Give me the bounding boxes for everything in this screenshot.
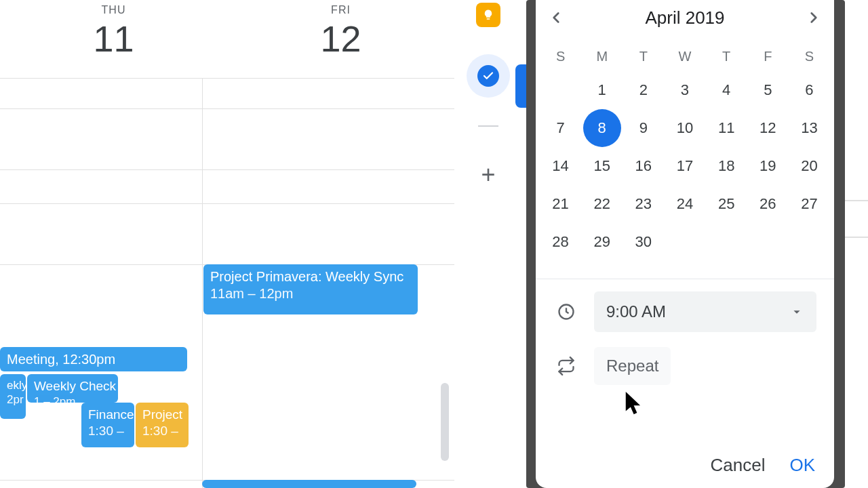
event-title: Meeting, 12:30pm bbox=[7, 352, 115, 367]
add-addon-button[interactable]: + bbox=[481, 163, 495, 187]
calendar-week-area: THU 11 FRI 12 Project Primavera: Weekly … bbox=[0, 0, 454, 488]
day-number-label: 11 bbox=[0, 18, 227, 60]
ok-button[interactable]: OK bbox=[789, 455, 815, 476]
day-cell-empty bbox=[540, 71, 581, 109]
keep-icon[interactable] bbox=[476, 3, 500, 27]
day-header-fri[interactable]: FRI 12 bbox=[227, 0, 454, 68]
page-right-edge bbox=[845, 0, 868, 488]
scrollbar-thumb[interactable] bbox=[441, 383, 449, 461]
day-cell[interactable]: 25 bbox=[706, 185, 747, 223]
day-cell[interactable]: 15 bbox=[581, 147, 623, 185]
day-cell[interactable]: 30 bbox=[623, 223, 664, 261]
day-cell-empty bbox=[664, 223, 705, 261]
event-project-amber[interactable]: Project 1:30 – bbox=[136, 403, 189, 447]
dialog-actions: Cancel OK bbox=[710, 455, 815, 476]
day-cell[interactable]: 19 bbox=[747, 147, 789, 185]
repeat-icon bbox=[556, 357, 576, 375]
day-cell-empty bbox=[789, 223, 830, 261]
day-cell[interactable]: 8 bbox=[581, 109, 623, 147]
day-cell[interactable]: 12 bbox=[747, 109, 789, 147]
day-cell[interactable]: 26 bbox=[747, 185, 789, 223]
event-primavera[interactable]: Project Primavera: Weekly Sync 11am – 12… bbox=[203, 264, 418, 314]
event-time: 2pr bbox=[7, 392, 19, 407]
day-cell[interactable]: 3 bbox=[664, 71, 705, 109]
date-picker-panel: April 2019 SMTWTFS 123456789101112131415… bbox=[536, 0, 834, 488]
hour-line bbox=[0, 203, 454, 204]
dropdown-caret-icon bbox=[789, 304, 804, 319]
event-title: Project Primavera: Weekly Sync bbox=[210, 268, 411, 285]
event-weekly-check[interactable]: Weekly Check 1 – 2pm bbox=[27, 374, 118, 403]
time-select[interactable]: 9:00 AM bbox=[594, 291, 816, 332]
clock-icon bbox=[556, 302, 576, 321]
day-cell[interactable]: 4 bbox=[706, 71, 747, 109]
hour-line bbox=[0, 169, 454, 170]
day-of-week-label: THU bbox=[0, 4, 227, 16]
prev-month-button[interactable] bbox=[542, 4, 570, 31]
day-cell[interactable]: 20 bbox=[789, 147, 830, 185]
day-cell[interactable]: 23 bbox=[623, 185, 664, 223]
time-row: 9:00 AM bbox=[536, 279, 834, 332]
day-cell[interactable]: 7 bbox=[540, 109, 581, 147]
weekday-label: S bbox=[540, 45, 581, 71]
cancel-button[interactable]: Cancel bbox=[710, 455, 765, 476]
weekday-row: SMTWTFS bbox=[540, 45, 830, 71]
event-finance[interactable]: Finance 1:30 – bbox=[81, 403, 134, 447]
day-cell[interactable]: 18 bbox=[706, 147, 747, 185]
day-cell[interactable]: 2 bbox=[623, 71, 664, 109]
week-row: 282930 bbox=[540, 223, 830, 261]
week-row: 14151617181920 bbox=[540, 147, 830, 185]
event-time: 1:30 – bbox=[142, 423, 182, 439]
weekday-label: T bbox=[706, 45, 747, 71]
event-time: 1:30 – bbox=[88, 423, 127, 439]
event-title: Finance bbox=[88, 407, 127, 423]
event-partial[interactable] bbox=[202, 480, 416, 488]
calendar-grid[interactable]: Project Primavera: Weekly Sync 11am – 12… bbox=[0, 68, 454, 488]
month-title: April 2019 bbox=[645, 7, 724, 28]
weekday-label: F bbox=[747, 45, 789, 71]
day-number-label: 12 bbox=[227, 18, 454, 60]
event-time: 1 – 2pm bbox=[34, 394, 111, 403]
repeat-row: Repeat bbox=[536, 332, 834, 385]
week-row: 21222324252627 bbox=[540, 185, 830, 223]
event-title: Project bbox=[142, 407, 182, 423]
weekday-label: M bbox=[581, 45, 623, 71]
day-cell[interactable]: 22 bbox=[581, 185, 623, 223]
day-cell[interactable]: 24 bbox=[664, 185, 705, 223]
day-header-thu[interactable]: THU 11 bbox=[0, 0, 227, 68]
day-cell[interactable]: 14 bbox=[540, 147, 581, 185]
hour-line bbox=[0, 78, 454, 79]
chevron-left-icon bbox=[547, 9, 565, 26]
hour-line bbox=[0, 108, 454, 109]
day-cell[interactable]: 17 bbox=[664, 147, 705, 185]
day-cell[interactable]: 29 bbox=[581, 223, 623, 261]
day-cell[interactable]: 9 bbox=[623, 109, 664, 147]
day-cell[interactable]: 13 bbox=[789, 109, 830, 147]
day-cell[interactable]: 21 bbox=[540, 185, 581, 223]
day-cell[interactable]: 27 bbox=[789, 185, 830, 223]
tasks-icon[interactable] bbox=[467, 54, 510, 98]
week-row: 78910111213 bbox=[540, 109, 830, 147]
day-cell[interactable]: 11 bbox=[706, 109, 747, 147]
event-weekly-short[interactable]: ekly 2pr bbox=[0, 374, 26, 419]
event-time: 11am – 12pm bbox=[210, 285, 411, 302]
week-row: 123456 bbox=[540, 71, 830, 109]
repeat-label: Repeat bbox=[606, 357, 658, 375]
weekday-label: W bbox=[664, 45, 705, 71]
time-value: 9:00 AM bbox=[606, 302, 666, 321]
right-sidebar: + bbox=[461, 0, 515, 488]
column-divider bbox=[202, 78, 203, 488]
day-cell[interactable]: 5 bbox=[747, 71, 789, 109]
day-cell[interactable]: 28 bbox=[540, 223, 581, 261]
event-meeting[interactable]: Meeting, 12:30pm bbox=[0, 347, 187, 371]
repeat-button[interactable]: Repeat bbox=[594, 347, 671, 385]
day-cell[interactable]: 1 bbox=[581, 71, 623, 109]
day-cell[interactable]: 6 bbox=[789, 71, 830, 109]
day-cell-empty bbox=[747, 223, 789, 261]
day-cell[interactable]: 10 bbox=[664, 109, 705, 147]
day-cell[interactable]: 16 bbox=[623, 147, 664, 185]
day-headers: THU 11 FRI 12 bbox=[0, 0, 454, 68]
next-month-button[interactable] bbox=[800, 4, 827, 31]
weekday-label: S bbox=[789, 45, 830, 71]
month-nav: April 2019 bbox=[536, 0, 834, 35]
weekday-label: T bbox=[623, 45, 664, 71]
